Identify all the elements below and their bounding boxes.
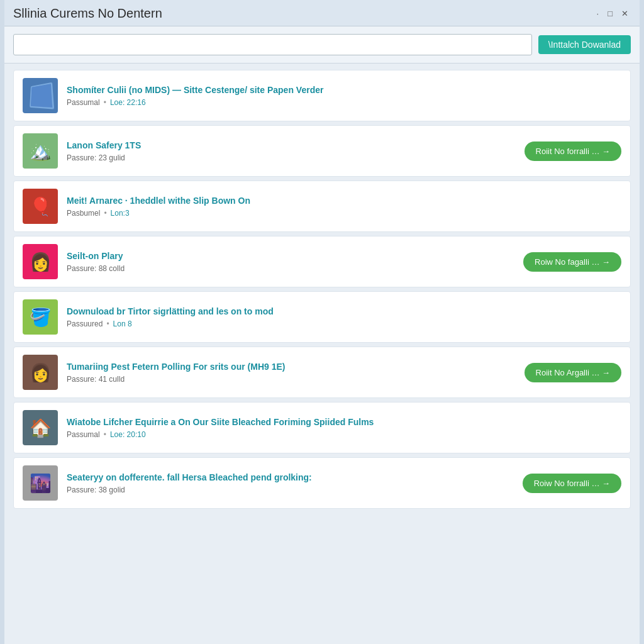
list-item: 👩Tumariing Pest Fetern Polling For srits… [13,347,631,398]
item-thumbnail: 🪣 [23,299,58,335]
item-meta: Passumal • Loe: 22:16 [67,98,621,107]
item-meta: Passumal • Loe: 20:10 [67,430,621,439]
item-meta: Passure: 41 culld [67,375,516,384]
item-title: Tumariing Pest Fetern Polling For srits … [67,361,516,372]
item-action-button[interactable]: Roiit No forralli … → [525,142,621,161]
item-thumbnail: 👩 [23,355,58,390]
item-meta-label: Passure: 38 golid [67,486,125,494]
search-input[interactable] [13,34,532,55]
item-action-button[interactable]: Roiw No forralli … → [523,474,621,493]
item-meta: Passuured • Lon 8 [67,319,621,328]
item-meta: Passure: 38 golid [67,486,514,494]
item-thumbnail: 👩 [23,244,58,279]
item-info: Meit! Arnarec · 1heddlel withe Slip Bown… [67,195,621,218]
list-item: 👩Seilt-on PlaryPassure: 88 colldRoiw No … [13,236,631,287]
titlebar: Sllinia Curems No Dentern · □ ✕ [4,0,640,26]
item-thumbnail [23,78,58,113]
item-action-button[interactable]: Roiit No Argalli … → [525,363,621,382]
item-info: Seateryy on dofferente. fall Hersa Bleac… [67,472,514,494]
item-info: Tumariing Pest Fetern Polling For srits … [67,361,516,384]
item-meta-label: Passuured [67,319,103,328]
item-meta-label: Passure: 41 culld [67,375,125,384]
item-title: Meit! Arnarec · 1heddlel withe Slip Bown… [67,195,621,206]
item-title: Wiatobe Lifcher Equirrie a On Our Siite … [67,416,621,428]
list-item: 🏔️Lanon Safery 1TSPassure: 23 gulidRoiit… [13,125,631,177]
item-meta: Passure: 23 gulid [67,153,516,162]
list-item: 🪣Downuload br Tirtor sigrlätting and les… [13,291,631,343]
minimize-button[interactable]: · [594,8,602,19]
item-meta-label: Passure: 88 colld [67,264,125,273]
item-thumbnail: 🌆 [23,465,58,501]
item-info: Seilt-on PlaryPassure: 88 colld [67,250,514,273]
item-meta-link[interactable]: Lon 8 [113,319,132,328]
item-meta-link[interactable]: Lon:3 [111,209,130,218]
item-meta-label: Passumal [67,98,100,107]
item-action-button[interactable]: Roiw No fagalli … → [523,252,621,272]
item-meta-link[interactable]: Loe: 20:10 [110,430,146,439]
install-download-button[interactable]: \Inttalch Dowanlad [538,35,631,54]
dot-separator: • [106,319,109,328]
item-title: Seateryy on dofferente. fall Hersa Bleac… [67,472,514,483]
toolbar: \Inttalch Dowanlad [4,26,640,64]
window-title: Sllinia Curems No Dentern [13,6,162,21]
item-title: Lanon Safery 1TS [67,140,516,151]
item-thumbnail: 🏔️ [23,133,58,169]
list-item: 🎈Meit! Arnarec · 1heddlel withe Slip Bow… [13,180,631,232]
app-window: Sllinia Curems No Dentern · □ ✕ \Inttalc… [4,0,640,644]
item-thumbnail: 🏠 [23,410,58,445]
item-meta-link[interactable]: Loe: 22:16 [110,98,146,107]
list-item: 🏠Wiatobe Lifcher Equirrie a On Our Siite… [13,402,631,453]
item-info: Lanon Safery 1TSPassure: 23 gulid [67,140,516,162]
item-meta-label: Passumal [67,430,100,439]
list-item: Shomíter Culii (no MIDS) — Sitte Cesteng… [13,70,631,121]
item-info: Wiatobe Lifcher Equirrie a On Our Siite … [67,416,621,439]
item-meta-label: Pasbumel [67,209,100,218]
dot-separator: • [104,430,106,439]
item-title: Downuload br Tirtor sigrlätting and les … [67,306,621,317]
item-info: Shomíter Culii (no MIDS) — Sitte Cesteng… [67,84,621,107]
window-controls: · □ ✕ [594,8,631,19]
item-thumbnail: 🎈 [23,189,58,224]
list-item: 🌆Seateryy on dofferente. fall Hersa Blea… [13,457,631,509]
item-title: Shomíter Culii (no MIDS) — Sitte Cesteng… [67,84,621,96]
item-meta: Passure: 88 colld [67,264,514,273]
close-button[interactable]: ✕ [619,8,631,19]
dot-separator: • [104,209,106,218]
dot-separator: • [104,98,106,107]
item-meta: Pasbumel • Lon:3 [67,209,621,218]
item-meta-label: Passure: 23 gulid [67,153,125,162]
item-title: Seilt-on Plary [67,250,514,262]
maximize-button[interactable]: □ [605,8,615,19]
content-list: Shomíter Culii (no MIDS) — Sitte Cesteng… [4,64,640,638]
item-info: Downuload br Tirtor sigrlätting and les … [67,306,621,328]
